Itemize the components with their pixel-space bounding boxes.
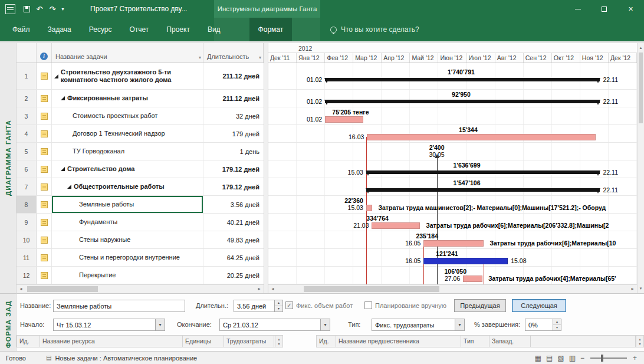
task-duration-cell[interactable]: 179 дней xyxy=(203,125,264,142)
scroll-thumb[interactable] xyxy=(304,286,439,292)
task-name-cell[interactable]: Строительство дома xyxy=(52,160,203,178)
dropdown-icon[interactable]: ▾ xyxy=(320,319,330,330)
row-number[interactable]: 8 xyxy=(17,196,37,213)
task-duration-cell[interactable]: 40.21 дней xyxy=(203,214,264,231)
scroll-up-icon[interactable]: ▴ xyxy=(639,337,640,341)
task-duration-cell[interactable]: 3.56 дней xyxy=(203,196,264,213)
task-duration-cell[interactable]: 179.12 дней xyxy=(203,160,264,178)
row-number[interactable]: 2 xyxy=(17,90,37,107)
task-name-cell[interactable]: Фундаменты xyxy=(52,214,203,231)
scroll-right-icon[interactable]: ▸ xyxy=(628,285,637,293)
filter-arrow-icon[interactable]: ▾ xyxy=(259,55,261,60)
task-bar[interactable] xyxy=(367,134,596,140)
scroll-down-icon[interactable]: ▾ xyxy=(639,342,640,346)
table-hscrollbar[interactable]: ◂ ▸ xyxy=(17,284,264,293)
task-name-cell[interactable]: Стены наружные xyxy=(52,231,203,248)
spin-down-icon[interactable]: ▾ xyxy=(553,324,561,330)
ribbon-tab[interactable]: Отчет xyxy=(120,18,157,41)
scroll-down-icon[interactable]: ▾ xyxy=(278,342,280,346)
task-name-cell[interactable]: Стены и перегородки внутренние xyxy=(52,249,203,266)
zoom-in-button[interactable]: + xyxy=(633,354,637,362)
task-usage-view-button[interactable]: ▤ xyxy=(546,354,553,362)
collapse-icon[interactable] xyxy=(61,96,65,100)
duration-header[interactable]: Длительность ▾ xyxy=(203,43,264,63)
zoom-slider-thumb[interactable] xyxy=(601,355,603,362)
task-name-input[interactable]: Земляные работы xyxy=(53,300,185,312)
ribbon-tab[interactable]: Вид xyxy=(199,18,229,41)
manual-schedule-checkbox[interactable] xyxy=(364,301,372,309)
percent-spinner[interactable]: ▴▾ xyxy=(553,319,561,330)
scroll-down-icon[interactable]: ▾ xyxy=(638,284,644,293)
task-duration-cell[interactable]: 1 день xyxy=(203,143,264,160)
spin-up-icon[interactable]: ▴ xyxy=(553,319,561,324)
save-button[interactable] xyxy=(20,2,33,15)
task-bar[interactable] xyxy=(372,222,420,229)
duration-input[interactable]: 3.56 дней ▴▾ xyxy=(234,300,283,312)
chart-hscrollbar[interactable]: ◂ ▸ xyxy=(268,284,637,293)
task-duration-cell[interactable]: 179.12 дней xyxy=(203,178,264,195)
task-name-cell[interactable]: Фиксированные затраты xyxy=(52,90,203,107)
scroll-left-icon[interactable]: ◂ xyxy=(17,285,25,293)
collapse-icon[interactable] xyxy=(61,167,65,171)
spin-down-icon[interactable]: ▾ xyxy=(275,306,282,311)
team-planner-view-button[interactable]: ▧ xyxy=(557,354,564,362)
scroll-thumb[interactable] xyxy=(639,53,643,123)
finish-date-select[interactable]: Ср 21.03.12 ▾ xyxy=(219,319,330,331)
scroll-up-icon[interactable]: ▴ xyxy=(638,44,644,52)
task-bar[interactable] xyxy=(423,240,484,247)
task-name-cell[interactable]: Перекрытие xyxy=(52,267,203,284)
row-number[interactable]: 11 xyxy=(17,249,37,266)
task-bar[interactable] xyxy=(463,276,482,282)
redo-button[interactable]: ↷ xyxy=(46,2,59,15)
row-number[interactable]: 7 xyxy=(17,178,37,195)
undo-button[interactable]: ↶ xyxy=(33,2,46,15)
task-name-cell[interactable]: ТУ Горводоканал xyxy=(52,143,203,160)
row-number[interactable]: 4 xyxy=(17,125,37,142)
zoom-slider[interactable] xyxy=(590,358,627,359)
zoom-out-button[interactable]: − xyxy=(580,354,584,362)
scroll-up-icon[interactable]: ▴ xyxy=(278,337,280,341)
spin-up-icon[interactable]: ▴ xyxy=(275,300,282,306)
app-icon[interactable] xyxy=(5,4,15,14)
start-date-select[interactable]: Чт 15.03.12 ▾ xyxy=(53,319,165,331)
summary-bar[interactable] xyxy=(366,188,600,192)
summary-bar[interactable] xyxy=(325,100,600,103)
duration-spinner[interactable]: ▴▾ xyxy=(274,300,282,311)
scroll-left-icon[interactable]: ◂ xyxy=(268,285,277,293)
row-number-header[interactable] xyxy=(17,43,37,63)
collapse-icon[interactable] xyxy=(67,185,71,189)
restore-button[interactable] xyxy=(591,0,617,18)
task-duration-cell[interactable]: 20.25 дней xyxy=(203,267,264,284)
row-number[interactable]: 9 xyxy=(17,214,37,231)
row-number[interactable]: 5 xyxy=(17,143,37,160)
status-new-tasks[interactable]: Новые задачи : Автоматическое планирован… xyxy=(55,355,197,362)
fixed-work-checkbox[interactable]: ✓ xyxy=(285,301,293,309)
task-bar[interactable] xyxy=(325,116,363,123)
task-duration-cell[interactable]: 64.25 дней xyxy=(203,249,264,266)
task-name-cell[interactable]: Строительство двухэтажного 5-ти комнатно… xyxy=(52,63,203,89)
previous-button[interactable]: Предыдущая xyxy=(454,299,506,312)
task-name-cell[interactable]: Земляные работы xyxy=(52,196,203,213)
task-name-cell[interactable]: Договор 1 Технический надзор xyxy=(52,125,203,142)
scroll-thumb[interactable] xyxy=(27,286,98,292)
task-duration-cell[interactable]: 211.12 дней xyxy=(203,90,264,107)
ribbon-tab[interactable]: Файл xyxy=(4,18,39,41)
resource-grid-scrollbar[interactable]: ▴▾ xyxy=(275,335,283,347)
filter-arrow-icon[interactable]: ▾ xyxy=(199,55,201,60)
collapse-icon[interactable] xyxy=(54,74,58,78)
percent-complete-input[interactable]: 0% ▴▾ xyxy=(525,319,561,331)
task-duration-cell[interactable]: 32 дней xyxy=(203,107,264,124)
chart-vscrollbar[interactable]: ▴ ▾ xyxy=(637,43,644,293)
scroll-right-icon[interactable]: ▸ xyxy=(255,285,264,293)
qat-customize-icon[interactable]: ▾ xyxy=(59,2,67,15)
task-name-cell[interactable]: Стоимость проектных работ xyxy=(52,107,203,124)
row-number[interactable]: 12 xyxy=(17,267,37,284)
row-number[interactable]: 6 xyxy=(17,160,37,178)
predecessor-grid-scrollbar[interactable]: ▴▾ xyxy=(636,335,644,347)
task-name-cell[interactable]: Общестроительные работы xyxy=(52,178,203,195)
task-type-select[interactable]: Фикс. трудозатраты ▾ xyxy=(372,319,465,331)
task-bar[interactable] xyxy=(366,205,373,211)
next-button[interactable]: Следующая xyxy=(512,299,566,312)
ribbon-tab[interactable]: Формат xyxy=(249,18,293,41)
close-button[interactable]: × xyxy=(617,0,644,18)
